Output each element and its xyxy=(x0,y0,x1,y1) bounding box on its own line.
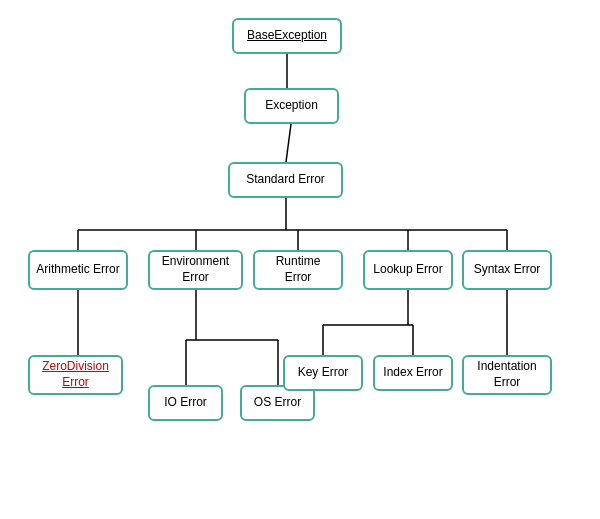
node-zerodivision-error: ZeroDivision Error xyxy=(28,355,123,395)
node-runtime-error: Runtime Error xyxy=(253,250,343,290)
node-index-error: Index Error xyxy=(373,355,453,391)
node-lookup-error: Lookup Error xyxy=(363,250,453,290)
node-arithmetic-error: Arithmetic Error xyxy=(28,250,128,290)
node-indentation-error: Indentation Error xyxy=(462,355,552,395)
node-standard-error: Standard Error xyxy=(228,162,343,198)
node-syntax-error: Syntax Error xyxy=(462,250,552,290)
node-io-error: IO Error xyxy=(148,385,223,421)
node-exception: Exception xyxy=(244,88,339,124)
node-environment-error: Environment Error xyxy=(148,250,243,290)
node-key-error: Key Error xyxy=(283,355,363,391)
diagram: BaseException Exception Standard Error A… xyxy=(0,0,600,519)
node-base-exception: BaseException xyxy=(232,18,342,54)
svg-line-1 xyxy=(286,124,291,162)
